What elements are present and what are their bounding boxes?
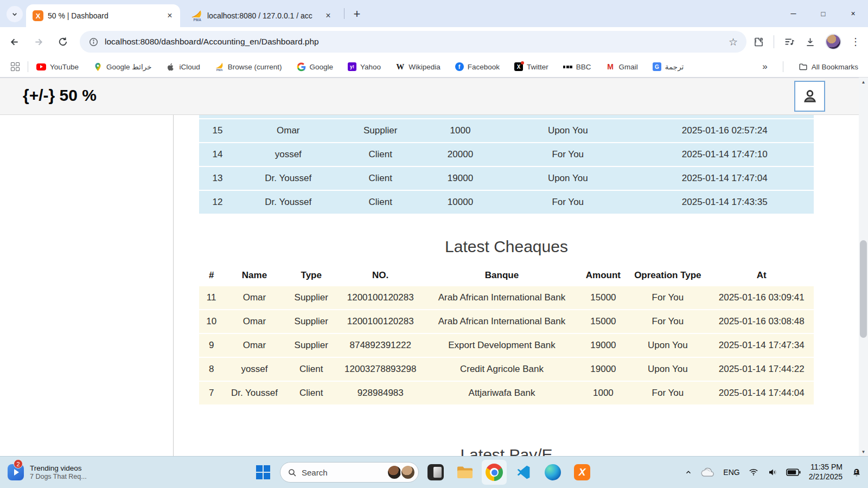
reload-button[interactable] <box>53 31 73 52</box>
cell-number: 12 <box>199 191 236 214</box>
bookmark-icloud[interactable]: iCloud <box>166 62 200 72</box>
cell-at: 2025-01-14 17:44:04 <box>709 382 814 404</box>
back-button[interactable] <box>4 31 24 52</box>
bookmark-google-maps[interactable]: Google خرائط <box>93 62 151 72</box>
taskbar-search[interactable]: Search <box>280 462 419 483</box>
cell-type: Client <box>285 382 337 404</box>
forward-button[interactable] <box>28 31 49 52</box>
bookmark-browse-current[interactable]: PMA Browse (current) <box>215 62 282 72</box>
all-bookmarks-button[interactable]: All Bookmarks <box>799 62 858 72</box>
system-tray: ENG 11:35 PM 2/21/2025 z <box>685 457 863 488</box>
page-scrollbar[interactable]: ▲ ▼ <box>859 78 868 456</box>
file-explorer-icon <box>456 465 474 480</box>
taskbar-app-chrome[interactable] <box>482 460 507 485</box>
tab-phpmyadmin[interactable]: PMA localhost:8080 / 127.0.0.1 / acc × <box>184 4 339 27</box>
taskbar-app-edge[interactable] <box>540 460 565 485</box>
edge-icon <box>545 464 561 480</box>
profile-avatar[interactable] <box>825 34 841 50</box>
main-content: 15 Omar Supplier 1000 Upon You 2025-01-1… <box>199 115 814 456</box>
trending-video-icon: 2 <box>8 464 24 480</box>
page-body: 15 Omar Supplier 1000 Upon You 2025-01-1… <box>0 115 859 456</box>
taskbar-clock[interactable]: 11:35 PM 2/21/2025 <box>809 463 843 482</box>
browser-toolbar: localhost:8080/dashboard/Accounting_en/D… <box>0 27 868 56</box>
cell-at: 2025-01-14 17:47:10 <box>635 143 814 166</box>
cell-no: 12003278893298 <box>337 358 424 381</box>
notifications-bell-icon[interactable]: z <box>851 466 863 478</box>
bbc-icon <box>563 62 572 72</box>
close-tab-icon[interactable]: × <box>322 10 334 22</box>
maps-pin-icon <box>93 62 103 72</box>
taskbar-app-photos[interactable] <box>423 460 448 485</box>
cheques-table: # Name Type NO. Banque Amount Opreation … <box>199 265 814 406</box>
widgets-button[interactable]: 2 Trending videos 7 Dogs That Req... <box>8 457 87 488</box>
bookmark-gmail[interactable]: M Gmail <box>606 62 638 72</box>
new-tab-button[interactable]: + <box>349 7 365 22</box>
reload-icon <box>58 36 68 47</box>
cell-amount: 20000 <box>420 143 500 166</box>
tray-overflow-chevron-icon[interactable] <box>685 468 692 476</box>
transactions-table-body: 15 Omar Supplier 1000 Upon You 2025-01-1… <box>199 119 814 214</box>
header-name: Name <box>224 266 285 285</box>
cell-amount: 10000 <box>420 191 500 214</box>
wifi-icon[interactable] <box>748 467 759 477</box>
media-controls-icon[interactable] <box>783 36 795 48</box>
youtube-icon <box>36 63 46 70</box>
tab-dashboard[interactable]: X 50 % | Dashboard × <box>26 4 180 27</box>
scroll-down-icon[interactable]: ▼ <box>859 447 868 456</box>
bookmark-star-icon[interactable]: ☆ <box>729 36 738 48</box>
bookmark-translate[interactable]: G ترجمة <box>653 62 684 71</box>
cell-operation-type: Upon You <box>500 167 635 190</box>
bookmark-yahoo[interactable]: y! Yahoo <box>348 62 381 71</box>
extensions-icon[interactable] <box>753 36 764 48</box>
bookmark-bbc[interactable]: BBC <box>563 62 591 72</box>
address-bar[interactable]: localhost:8080/dashboard/Accounting_en/D… <box>80 31 746 53</box>
transaction-row: 14 yossef Client 20000 For You 2025-01-1… <box>199 143 814 166</box>
cell-type: Client <box>285 358 337 381</box>
cell-operation-type: Upon You <box>626 358 709 381</box>
tab-strip: X 50 % | Dashboard × PMA localhost:8080 … <box>0 0 868 27</box>
vscode-icon <box>516 465 531 480</box>
bookmark-google[interactable]: Google <box>297 62 334 72</box>
clock-time: 11:35 PM <box>809 463 843 472</box>
site-info-icon[interactable] <box>88 37 99 47</box>
downloads-icon[interactable] <box>805 36 816 48</box>
battery-icon[interactable] <box>786 468 801 476</box>
toolbar-actions: ⋮ <box>753 34 860 50</box>
translate-icon: G <box>653 62 661 71</box>
bookmark-youtube[interactable]: YouTube <box>36 63 79 71</box>
taskbar-app-explorer[interactable] <box>452 460 477 485</box>
browser-menu-icon[interactable]: ⋮ <box>851 36 860 48</box>
bookmarks-list: YouTube Google خرائط iCloud <box>36 62 684 72</box>
taskbar-app-xampp[interactable]: X <box>570 460 595 485</box>
cell-number: 14 <box>199 143 236 166</box>
onedrive-cloud-icon[interactable] <box>700 467 715 477</box>
cell-name: Dr. Youssef <box>236 167 341 190</box>
scrollbar-thumb[interactable] <box>860 240 867 338</box>
bookmark-twitter[interactable]: X Twitter <box>514 62 548 71</box>
window-close-button[interactable]: × <box>838 0 868 27</box>
input-language-indicator[interactable]: ENG <box>723 468 739 477</box>
bookmark-wikipedia[interactable]: W Wikipedia <box>395 62 441 72</box>
cheques-table-header: # Name Type NO. Banque Amount Opreation … <box>199 266 814 285</box>
start-button[interactable] <box>251 460 276 485</box>
scroll-up-icon[interactable]: ▲ <box>859 78 868 86</box>
bookmarks-overflow-icon[interactable]: » <box>762 61 767 72</box>
cell-number: 7 <box>199 382 224 404</box>
cell-type: Client <box>341 191 420 214</box>
cell-name: Dr. Youssef <box>224 382 285 404</box>
cell-no: 874892391222 <box>337 334 424 357</box>
search-highlight-avatar <box>387 465 402 480</box>
minimize-button[interactable]: ─ <box>778 0 808 27</box>
cell-type: Supplier <box>285 310 337 333</box>
bookmark-facebook[interactable]: f Facebook <box>455 62 500 71</box>
cell-type: Supplier <box>285 286 337 309</box>
cell-no: 928984983 <box>337 382 424 404</box>
apps-grid-icon[interactable] <box>11 62 20 71</box>
user-profile-button[interactable] <box>794 81 825 112</box>
maximize-button[interactable]: □ <box>808 0 838 27</box>
taskbar-app-vscode[interactable] <box>511 460 536 485</box>
close-tab-icon[interactable]: × <box>164 10 176 22</box>
volume-icon[interactable] <box>767 467 778 477</box>
bookmarks-right: » All Bookmarks <box>762 61 858 72</box>
tab-search-button[interactable] <box>7 6 23 22</box>
